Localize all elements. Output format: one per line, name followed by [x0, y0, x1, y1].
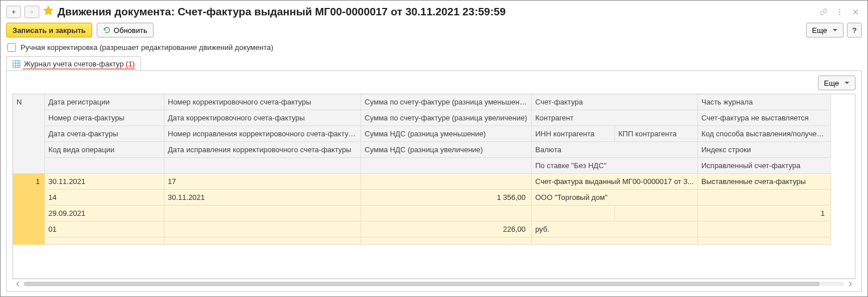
col-header: Исправленный счет-фактура [698, 158, 831, 174]
table-grid-icon [13, 60, 20, 68]
col-header: Сумма НДС (разница уменьшение) [361, 126, 532, 142]
col-header: Дата регистрации [45, 94, 164, 110]
close-icon [852, 8, 859, 16]
col-header [45, 158, 164, 174]
tab-label: Журнал учета счетов-фактур (1) [24, 60, 135, 68]
scroll-thumb[interactable] [24, 282, 820, 286]
refresh-label: Обновить [114, 26, 147, 35]
more-button[interactable]: Еще [806, 23, 844, 37]
col-header: Контрагент [532, 110, 698, 126]
caret-right-icon [846, 281, 853, 287]
cell: ООО "Торговый дом" [532, 190, 698, 206]
window-title: Движения документа: Счет-фактура выданны… [57, 6, 506, 18]
col-header: По ставке "Без НДС" [532, 158, 698, 174]
cell-n: 1 [13, 174, 45, 245]
cell [698, 237, 831, 245]
col-header: Код вида операции [45, 142, 164, 158]
cell: 1 356,00 [361, 190, 532, 206]
kebab-menu-button[interactable] [833, 6, 846, 18]
cell: Счет-фактура выданный МГ00-0000017 от 3.… [532, 174, 698, 190]
cell: Выставленные счета-фактуры [698, 174, 831, 190]
cell [698, 190, 831, 206]
cell: 14 [45, 190, 164, 206]
col-header: ИНН контрагента [532, 126, 615, 142]
caret-left-icon [15, 281, 22, 287]
cell: руб. [532, 221, 698, 237]
scroll-left-button[interactable] [15, 281, 22, 287]
arrow-right-icon [28, 9, 35, 15]
refresh-icon [103, 26, 111, 34]
cell [361, 206, 532, 221]
col-header: Счет-фактура [532, 94, 698, 110]
cell [532, 237, 698, 245]
cell [532, 206, 615, 221]
scroll-right-button[interactable] [846, 281, 853, 287]
col-header [361, 158, 532, 174]
cell [698, 221, 831, 237]
link-button[interactable] [817, 6, 830, 18]
col-header: Дата исправления корректировочного счета… [164, 142, 361, 158]
scroll-track[interactable] [24, 282, 844, 286]
col-header [164, 158, 361, 174]
col-header: Сумма НДС (разница увеличение) [361, 142, 532, 158]
cell: 226,00 [361, 221, 532, 237]
link-icon [820, 8, 828, 16]
tab-invoice-journal[interactable]: Журнал учета счетов-фактур (1) [6, 56, 141, 70]
refresh-button[interactable]: Обновить [97, 23, 154, 37]
manual-correction-checkbox[interactable] [7, 43, 16, 52]
invoice-journal-table[interactable]: N Дата регистрации Номер корректировочно… [13, 94, 855, 279]
col-header: Номер корректировочного счета-фактуры [164, 94, 361, 110]
col-header: Часть журнала [698, 94, 831, 110]
cell: 30.11.2021 [164, 190, 361, 206]
cell [45, 237, 164, 245]
cell [164, 206, 361, 221]
arrow-left-icon [10, 9, 17, 15]
cell: 30.11.2021 [45, 174, 164, 190]
cell [164, 221, 361, 237]
svg-point-0 [839, 9, 840, 10]
svg-point-2 [839, 14, 840, 15]
cell: 01 [45, 221, 164, 237]
horizontal-scrollbar[interactable] [13, 279, 855, 288]
col-header: Индекс строки [698, 142, 831, 158]
panel-more-button[interactable]: Еще [818, 76, 855, 90]
col-header: Счет-фактура не выставляется [698, 110, 831, 126]
cell: 1 [698, 206, 831, 221]
close-button[interactable] [849, 6, 862, 18]
col-header: Дата корректировочного счета-фактуры [164, 110, 361, 126]
svg-rect-3 [13, 60, 20, 67]
cell: 17 [164, 174, 361, 190]
col-header: Номер исправления корректировочного счет… [164, 126, 361, 142]
col-header: Код способа выставления/получения [698, 126, 831, 142]
save-and-close-button[interactable]: Записать и закрыть [6, 23, 92, 37]
col-header-n: N [13, 94, 45, 174]
col-header: Номер счета-фактуры [45, 110, 164, 126]
favorite-star-icon[interactable] [43, 5, 54, 18]
back-button[interactable] [6, 6, 21, 18]
cell [164, 237, 361, 245]
help-button[interactable]: ? [847, 23, 862, 37]
col-header: Дата счета-фактуры [45, 126, 164, 142]
col-header: Сумма по счету-фактуре (разница уменьшен… [361, 94, 532, 110]
col-header: КПП контрагента [615, 126, 698, 142]
cell: 29.09.2021 [45, 206, 164, 221]
cell [361, 237, 532, 245]
col-header: Валюта [532, 142, 698, 158]
dots-vertical-icon [836, 8, 844, 16]
table-row[interactable]: 1 30.11.2021 17 Счет-фактура выданный МГ… [13, 174, 855, 245]
manual-correction-label: Ручная корректировка (разрешает редактир… [20, 43, 274, 52]
cell [361, 174, 532, 190]
forward-button[interactable] [24, 6, 39, 18]
col-header: Сумма по счету-фактуре (разница увеличен… [361, 110, 532, 126]
cell [615, 206, 698, 221]
svg-point-1 [839, 11, 840, 12]
